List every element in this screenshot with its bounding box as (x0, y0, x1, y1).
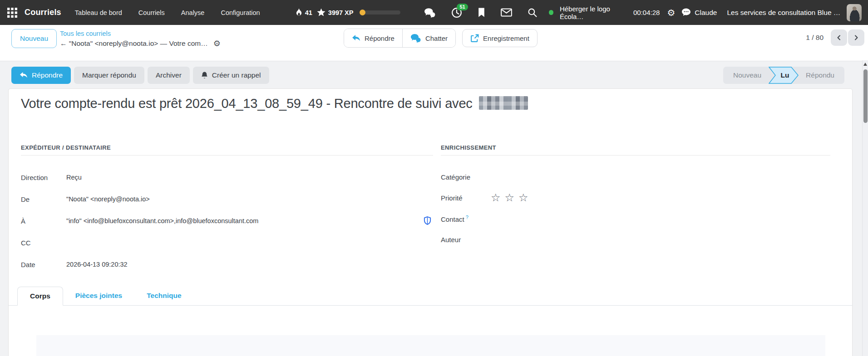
apps-grid-icon[interactable] (6, 7, 18, 19)
direction-label: Direction (21, 174, 66, 181)
pager: 1 / 80 (806, 29, 864, 46)
scrollbar-thumb[interactable] (863, 69, 868, 123)
menu-analyse[interactable]: Analyse (181, 9, 205, 16)
streak-flame-icon (296, 8, 302, 17)
redacted-name-blur (479, 96, 528, 110)
action-gear-icon[interactable]: ⚙ (213, 39, 221, 48)
priority-star-2-icon[interactable]: ☆ (505, 192, 515, 203)
to-value[interactable]: "info" <info@bluefoxconsultant.com>,info… (66, 217, 258, 224)
streak-count: 41 (305, 9, 312, 16)
menu-courriels[interactable]: Courriels (138, 9, 165, 16)
gamification-widget: 41 3997 XP (296, 8, 401, 17)
reply-arrow-icon (352, 34, 360, 42)
priority-stars-widget: ☆ ☆ ☆ (491, 192, 528, 203)
presence-dot-icon (549, 10, 553, 15)
company-switcher[interactable]: Les services de consultation Blue … (727, 9, 840, 17)
date-value[interactable]: 2026-04-13 09:20:32 (66, 261, 128, 268)
archive-label: Archiver (156, 71, 182, 79)
breadcrumb-parent-link[interactable]: Tous les courriels (60, 29, 111, 39)
activities-clock-icon[interactable]: 51 (451, 7, 462, 18)
topbar-icon-cluster: 51 (424, 7, 537, 18)
author-label: Auteur (441, 236, 491, 244)
messages-icon[interactable] (424, 8, 436, 18)
from-value[interactable]: "Noota" <noreply@noota.io> (66, 195, 150, 203)
shield-icon (424, 216, 431, 225)
view-switcher: Répondre Chatter (344, 29, 538, 48)
xp-progress-bar (360, 10, 400, 15)
field-row-date: Date 2026-04-13 09:20:32 (21, 254, 433, 275)
timer-value[interactable]: 00:04:28 (633, 9, 660, 16)
mark-replied-label: Marquer répondu (82, 71, 136, 79)
contact-label-text: Contact (441, 215, 464, 223)
cc-label: CC (21, 239, 66, 247)
status-step-nouveau[interactable]: Nouveau (723, 71, 771, 79)
tab-corps[interactable]: Corps (17, 287, 63, 306)
pager-next-button[interactable] (848, 29, 864, 46)
xp-star-icon (317, 8, 326, 17)
field-row-direction: Direction Reçu (21, 166, 433, 188)
email-subject-title: Votre compte-rendu est prêt 2026_04_13_0… (21, 96, 528, 111)
task-timer-label[interactable]: Héberger le logo Écola… (560, 5, 625, 20)
scrollbar-up-arrow-icon[interactable] (863, 63, 867, 66)
direction-value[interactable]: Reçu (66, 174, 82, 181)
mail-icon[interactable] (501, 8, 512, 17)
field-row-to: À "info" <info@bluefoxconsultant.com>,in… (21, 210, 433, 232)
xp-progress-track (363, 10, 400, 15)
reply-button-label: Répondre (32, 71, 63, 79)
field-row-contact: Contact? (441, 208, 830, 229)
tab-pieces-jointes[interactable]: Pièces jointes (63, 286, 134, 305)
app-title[interactable]: Courriels (25, 8, 61, 17)
field-row-category: Catégorie (441, 166, 830, 187)
activities-badge: 51 (457, 4, 468, 10)
search-icon[interactable] (528, 8, 537, 17)
archive-button[interactable]: Archiver (148, 67, 190, 84)
new-button[interactable]: Nouveau (11, 29, 57, 48)
top-navbar: Courriels Tableau de bord Courriels Anal… (0, 0, 868, 25)
mark-replied-button[interactable]: Marquer répondu (74, 67, 144, 84)
bookmark-icon[interactable] (478, 8, 485, 17)
date-label: Date (21, 261, 66, 268)
priority-star-3-icon[interactable]: ☆ (518, 192, 528, 203)
bell-icon (201, 72, 208, 79)
reply-button[interactable]: Répondre (11, 67, 71, 84)
chat-bubble-icon (681, 8, 691, 17)
tab-technique[interactable]: Technique (134, 286, 193, 305)
view-reply-button[interactable]: Répondre (344, 29, 402, 47)
xp-count: 3997 XP (328, 9, 354, 16)
status-step-lu-active[interactable]: Lu (769, 67, 799, 84)
breadcrumb: Tous les courriels ← "Noota" <noreply@no… (60, 28, 221, 49)
priority-label: Priorité (441, 194, 491, 202)
pager-previous-button[interactable] (831, 29, 847, 46)
view-record-button[interactable]: Enregistrement (462, 29, 538, 47)
main-menu: Tableau de bord Courriels Analyse Config… (75, 9, 260, 16)
field-row-priority: Priorité ☆ ☆ ☆ (441, 187, 830, 208)
statusbar: Nouveau Lu Répondu (723, 67, 844, 84)
settings-gear-icon[interactable]: ⚙ (667, 8, 675, 17)
priority-star-1-icon[interactable]: ☆ (491, 192, 501, 203)
view-record-label: Enregistrement (483, 34, 529, 42)
contact-label: Contact? (441, 215, 491, 223)
pager-value: 1 / 80 (806, 34, 824, 42)
external-link-icon (470, 34, 479, 43)
topbar-right-cluster: Héberger le logo Écola… 00:04:28 ⚙ Claud… (549, 4, 862, 21)
section-header-enrichment: ENRICHISSEMENT (441, 144, 830, 156)
avatar[interactable] (847, 4, 862, 21)
contact-help-icon[interactable]: ? (466, 215, 469, 220)
field-row-author: Auteur (441, 229, 830, 250)
menu-configuration[interactable]: Configuration (221, 9, 260, 16)
view-chatter-label: Chatter (425, 34, 448, 42)
record-sheet: Votre compte-rendu est prêt 2026_04_13_0… (8, 88, 853, 356)
menu-dashboard[interactable]: Tableau de bord (75, 9, 122, 16)
record-actions: Répondre Marquer répondu Archiver Créer … (11, 67, 269, 84)
view-chatter-button[interactable]: Chatter (402, 29, 455, 47)
breadcrumb-current: ← "Noota" <noreply@noota.io> — Votre com… (60, 39, 208, 49)
status-step-repondu[interactable]: Répondu (796, 71, 844, 79)
control-panel: Nouveau Tous les courriels ← "Noota" <no… (0, 25, 868, 61)
vertical-scrollbar[interactable] (862, 60, 868, 356)
view-button-group: Répondre Chatter (344, 29, 456, 48)
enrichment-section: ENRICHISSEMENT Catégorie Priorité ☆ ☆ ☆ … (441, 144, 830, 250)
field-row-from: De "Noota" <noreply@noota.io> (21, 188, 433, 210)
field-row-cc: CC (21, 232, 433, 254)
create-reminder-button[interactable]: Créer un rappel (193, 67, 269, 84)
user-menu[interactable]: Claude (681, 8, 717, 17)
